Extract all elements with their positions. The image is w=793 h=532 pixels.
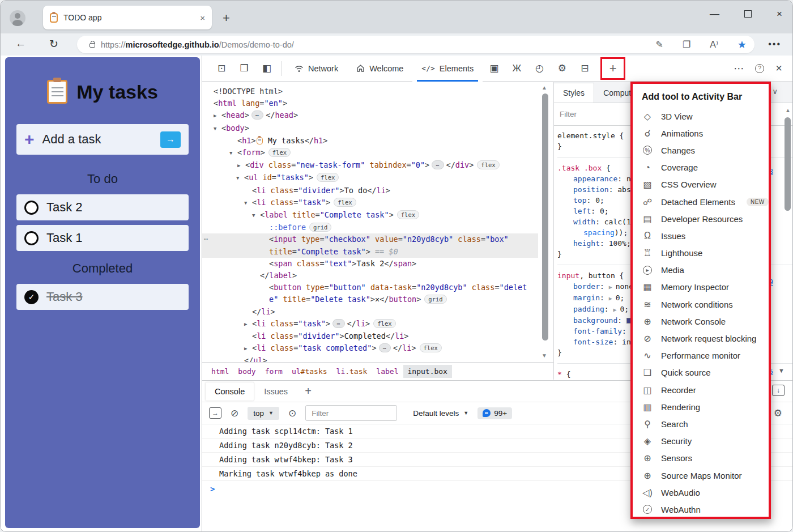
settings-gear-icon[interactable]: ⚙ [551, 62, 573, 74]
dom-tree-line[interactable]: <li class="divider">Completed</li> [202, 330, 538, 342]
scroll-down-icon[interactable]: ▼ [542, 352, 547, 359]
menu-item-lighthouse[interactable]: ♖Lighthouse [641, 245, 769, 262]
layout-badge[interactable]: flex [268, 148, 291, 157]
tab-issues[interactable]: Issues [255, 382, 297, 401]
styles-scroll-down-icon[interactable]: ▼ [778, 367, 785, 374]
layout-badge[interactable]: grid [424, 295, 446, 304]
layout-badge[interactable]: flex [334, 198, 356, 207]
context-selector[interactable]: top▼ [248, 407, 279, 420]
menu-item-css-overview[interactable]: ▧CSS Overview [641, 176, 769, 193]
tab-close-icon[interactable]: × [200, 13, 205, 23]
collapsed-dots-icon[interactable]: ⋯ [332, 319, 344, 328]
dom-tree-line[interactable]: ▼<body> [202, 122, 538, 135]
layout-badge[interactable]: flex [373, 319, 395, 328]
add-drawer-tab-button[interactable]: + [298, 385, 318, 398]
lock-icon[interactable] [89, 43, 95, 48]
menu-item-network-conditions[interactable]: ≋Network conditions [641, 296, 769, 313]
collapse-arrow-icon[interactable]: ▼ [236, 172, 244, 184]
dom-tree-line[interactable]: ▼<form>flex [202, 147, 538, 159]
menu-item-rendering[interactable]: ▥Rendering [641, 398, 769, 415]
dom-tree-line[interactable]: ▶<li class="task">⋯</li>flex [202, 318, 538, 330]
browser-menu-icon[interactable]: ••• [768, 39, 781, 49]
scrollbar-thumb[interactable] [785, 117, 791, 211]
expand-arrow-icon[interactable]: ▶ [237, 160, 245, 172]
breadcrumb-item[interactable]: li.task [332, 365, 372, 378]
dom-tree-line[interactable]: <li class="divider">To do</li> [202, 185, 538, 197]
dom-tree-line[interactable]: <button type="button" data-task="n20yd8c… [202, 282, 538, 293]
collections-icon[interactable]: ❐ [683, 39, 690, 50]
messages-count-badge[interactable]: 99+ [477, 407, 512, 419]
node-options-icon[interactable]: ⋯ [204, 233, 208, 245]
layout-panel-icon[interactable]: ⊟ [573, 62, 596, 74]
menu-item-sensors[interactable]: ⊕Sensors [641, 450, 769, 467]
collapsed-dots-icon[interactable]: ⋯ [251, 110, 263, 120]
task-row[interactable]: Task 2 [16, 194, 189, 220]
menu-item-source-maps-monitor[interactable]: ⊕Source Maps Monitor [641, 467, 769, 484]
device-emulation-icon[interactable]: ❒ [233, 62, 255, 74]
scrollbar-thumb[interactable] [542, 93, 548, 341]
read-aloud-icon[interactable]: A⁾ [710, 39, 718, 50]
window-close-button[interactable]: × [777, 8, 782, 20]
tab-styles[interactable]: Styles [554, 83, 594, 103]
clear-console-icon[interactable]: ⊘ [231, 407, 238, 419]
menu-item-network-request-blocking[interactable]: ⊘Network request blocking [641, 330, 769, 347]
dom-tree-line[interactable]: title="Complete task"> == $0 [202, 246, 538, 258]
devtools-close-icon[interactable]: × [775, 62, 782, 75]
console-drawer-icon[interactable]: ▣ [483, 62, 505, 74]
breadcrumb-item[interactable]: ul#tasks [287, 365, 332, 378]
favorite-star-icon[interactable]: ★ [737, 39, 747, 51]
tab-network[interactable]: Network [285, 56, 347, 82]
activity-bar-toggle-icon[interactable]: ◧ [255, 62, 278, 74]
dom-tree-line[interactable]: ▼<ul id="tasks">flex [202, 172, 538, 184]
dom-tree-line[interactable]: ▼<label title="Complete task">flex [202, 209, 538, 222]
url-text[interactable]: https://microsoftedge.github.io/Demos/de… [101, 40, 294, 49]
menu-item-network-console[interactable]: ⊕Network Console [641, 313, 769, 330]
dom-tree-line[interactable]: </ul> [202, 355, 538, 362]
window-minimize-button[interactable]: — [710, 8, 719, 20]
performance-gauge-icon[interactable]: ◴ [528, 62, 551, 74]
add-tool-button[interactable]: + [609, 61, 617, 76]
collapsed-dots-icon[interactable]: ⋯ [379, 343, 391, 352]
checkbox-checked-icon[interactable]: ✓ [24, 290, 39, 304]
checkbox-circle-icon[interactable] [24, 201, 39, 215]
menu-item-animations[interactable]: ☌Animations [641, 125, 769, 142]
add-task-form[interactable]: + Add a task → [16, 124, 189, 155]
layout-badge[interactable]: flex [477, 160, 499, 169]
chevron-down-icon[interactable]: ∨ [772, 87, 778, 96]
new-tab-button[interactable]: + [223, 11, 230, 25]
dom-tree-line[interactable]: ⋯<input type="checkbox" value="n20yd8cyb… [202, 233, 538, 245]
menu-item-search[interactable]: ⚲Search [641, 415, 769, 432]
edit-page-icon[interactable]: ✎ [656, 39, 663, 50]
console-settings-gear-icon[interactable]: ⚙ [774, 407, 782, 419]
profile-avatar[interactable] [10, 10, 25, 26]
styles-scrollbar[interactable]: ▲ [785, 106, 791, 372]
menu-item-issues[interactable]: ΩIssues [641, 227, 769, 244]
menu-item-webauthn[interactable]: ✓WebAuthn [641, 501, 769, 517]
layout-badge[interactable]: flex [420, 343, 442, 352]
menu-item-3d-view[interactable]: ◇3D View [641, 108, 769, 125]
menu-item-developer-resources[interactable]: ▤Developer Resources [641, 210, 769, 227]
issues-bug-icon[interactable]: Ж [505, 63, 528, 74]
dom-tree-line[interactable]: </li> [202, 306, 538, 318]
devtools-more-icon[interactable]: ⋯ [734, 62, 744, 75]
dom-tree-line[interactable]: <h1> My tasks</h1> [202, 135, 538, 147]
dom-tree-line[interactable]: ▶<div class="new-task-form" tabindex="0"… [202, 159, 538, 172]
dom-tree-line[interactable]: e" title="Delete task">✕</button>grid [202, 293, 538, 305]
expand-arrow-icon[interactable]: ▶ [214, 110, 221, 122]
live-expression-eye-icon[interactable]: ⊙ [288, 407, 296, 419]
collapse-arrow-icon[interactable]: ▼ [252, 210, 260, 222]
scroll-up-icon[interactable]: ▲ [785, 107, 791, 113]
dom-tree-line[interactable]: <html lang="en"> [202, 97, 538, 109]
collapse-arrow-icon[interactable]: ▼ [229, 147, 237, 159]
dom-tree-line[interactable]: <span class="text">Task 2</span> [202, 258, 538, 270]
breadcrumb-item[interactable]: html [207, 365, 233, 378]
tab-welcome[interactable]: Welcome [347, 56, 412, 82]
elements-tree[interactable]: <!DOCTYPE html><html lang="en">▶<head>⋯<… [202, 82, 538, 362]
menu-item-memory-inspector[interactable]: ▦Memory Inspector [641, 279, 769, 296]
browser-tab[interactable]: TODO app × [43, 6, 212, 29]
refresh-button[interactable]: ↻ [49, 37, 58, 50]
inspect-icon[interactable]: ⊡ [210, 62, 233, 74]
tab-elements[interactable]: </> Elements [412, 56, 483, 82]
dom-tree-line[interactable]: </label> [202, 270, 538, 282]
dom-tree-line[interactable]: ::beforegrid [202, 222, 538, 233]
